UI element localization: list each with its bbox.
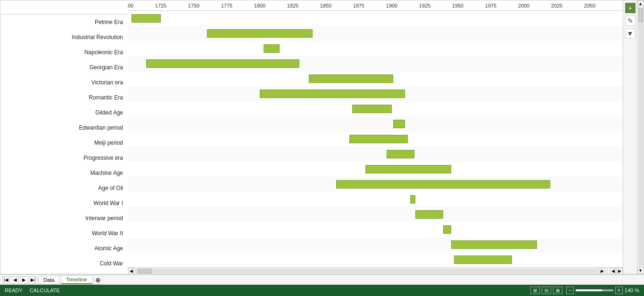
bars-rows bbox=[128, 11, 623, 267]
x-tick-label-1750: 1750 bbox=[188, 3, 199, 8]
scroll-left2-btn[interactable]: ◀ bbox=[610, 268, 616, 274]
x-tick-label-2000: 2000 bbox=[518, 3, 529, 8]
bar-16[interactable] bbox=[454, 255, 512, 264]
x-tick-label-1725: 1725 bbox=[155, 3, 166, 8]
bar-row-13 bbox=[128, 207, 623, 222]
status-calculate: CALCULATE bbox=[30, 288, 60, 293]
scroll-track[interactable] bbox=[135, 269, 598, 273]
scroll-right2-btn[interactable]: ▶ bbox=[616, 268, 623, 274]
bar-15[interactable] bbox=[451, 240, 537, 249]
x-tick-label-1825: 1825 bbox=[287, 3, 298, 8]
bars-area bbox=[128, 11, 623, 267]
x-tick-label-1875: 1875 bbox=[353, 3, 364, 8]
bar-row-7 bbox=[128, 116, 623, 132]
sheet-nav-first[interactable]: |◀ bbox=[2, 276, 10, 284]
v-scrollbar[interactable]: ▲ ▼ bbox=[637, 0, 644, 274]
y-labels: Petrine EraIndustrial RevolutionNapoleon… bbox=[0, 15, 128, 271]
normal-view-btn[interactable]: ⊞ bbox=[530, 287, 540, 294]
y-label-7: Edwardian period bbox=[0, 120, 128, 135]
x-tick-label-2025: 2025 bbox=[551, 3, 562, 8]
page-view-btn[interactable]: ⊟ bbox=[542, 287, 551, 294]
x-tick-label-1975: 1975 bbox=[485, 3, 496, 8]
bar-row-4 bbox=[128, 71, 623, 86]
v-scroll-thumb[interactable] bbox=[638, 8, 643, 22]
sheet-nav-last[interactable]: ▶| bbox=[29, 276, 37, 284]
chart-area: Petrine EraIndustrial RevolutionNapoleon… bbox=[0, 0, 644, 274]
bar-row-3 bbox=[128, 56, 623, 71]
filter-button[interactable]: ▼ bbox=[625, 28, 636, 39]
bar-row-16 bbox=[128, 252, 623, 267]
bar-3[interactable] bbox=[146, 59, 299, 68]
y-label-9: Progressive era bbox=[0, 150, 128, 165]
view-buttons: ⊞ ⊟ ⊠ bbox=[530, 287, 562, 294]
status-bar: READY CALCULATE ⊞ ⊟ ⊠ − + 140 % bbox=[0, 285, 644, 296]
bar-14[interactable] bbox=[443, 225, 451, 234]
bar-row-6 bbox=[128, 101, 623, 116]
y-label-13: Interwar period bbox=[0, 211, 128, 226]
bar-row-10 bbox=[128, 162, 623, 177]
scroll-thumb[interactable] bbox=[138, 269, 152, 273]
status-left: READY CALCULATE bbox=[5, 288, 60, 293]
bar-row-1 bbox=[128, 26, 623, 41]
sheet-nav-next[interactable]: ▶ bbox=[20, 276, 28, 284]
zoom-out-btn[interactable]: − bbox=[566, 287, 574, 294]
y-label-8: Meiji period bbox=[0, 135, 128, 150]
y-label-6: Gilded Age bbox=[0, 105, 128, 120]
bar-7[interactable] bbox=[393, 120, 405, 128]
y-label-2: Napoleonic Era bbox=[0, 45, 128, 60]
bar-13[interactable] bbox=[415, 210, 443, 219]
add-sheet-button[interactable]: ⊕ bbox=[94, 276, 102, 284]
y-label-4: Victorian era bbox=[0, 75, 128, 90]
h-scrollbar[interactable]: ◀ ▶ ◀ ▶ bbox=[128, 267, 623, 274]
zoom-controls: − + 140 % bbox=[566, 287, 639, 294]
x-axis-labels: 1700172517501775180018251850187519001925… bbox=[128, 0, 623, 11]
v-scroll-track[interactable] bbox=[638, 8, 643, 266]
sheet-tab-data[interactable]: Data bbox=[38, 276, 59, 284]
y-label-12: World War I bbox=[0, 196, 128, 211]
status-right: ⊞ ⊟ ⊠ − + 140 % bbox=[530, 287, 639, 294]
x-tick-label-1775: 1775 bbox=[221, 3, 232, 8]
v-scroll-up[interactable]: ▲ bbox=[637, 0, 644, 7]
y-label-5: Romantic Era bbox=[0, 90, 128, 105]
y-label-14: World War II bbox=[0, 226, 128, 241]
add-button[interactable]: + bbox=[625, 3, 636, 13]
chart-body-wrapper: 1700172517501775180018251850187519001925… bbox=[128, 0, 623, 274]
scroll-divider bbox=[607, 268, 608, 274]
bar-2[interactable] bbox=[264, 44, 280, 53]
zoom-in-btn[interactable]: + bbox=[615, 287, 623, 294]
bar-row-8 bbox=[128, 132, 623, 147]
x-tick-label-1700: 1700 bbox=[128, 3, 133, 8]
bar-0[interactable] bbox=[132, 14, 161, 23]
bar-12[interactable] bbox=[410, 195, 415, 204]
bar-4[interactable] bbox=[309, 74, 393, 83]
y-label-16: Cold War bbox=[0, 256, 128, 271]
zoom-slider-fill bbox=[576, 289, 602, 291]
v-scroll-down[interactable]: ▼ bbox=[637, 267, 644, 274]
zoom-slider[interactable] bbox=[576, 289, 613, 291]
y-label-3: Georgian Era bbox=[0, 60, 128, 75]
bar-row-15 bbox=[128, 237, 623, 252]
y-axis-header-spacer bbox=[0, 0, 128, 15]
bar-5[interactable] bbox=[260, 90, 405, 98]
bar-8[interactable] bbox=[349, 135, 407, 143]
bar-1[interactable] bbox=[207, 29, 313, 38]
preview-view-btn[interactable]: ⊠ bbox=[553, 287, 562, 294]
y-label-1: Industrial Revolution bbox=[0, 30, 128, 45]
x-tick-label-1900: 1900 bbox=[386, 3, 397, 8]
bar-10[interactable] bbox=[365, 165, 451, 173]
scroll-left-btn[interactable]: ◀ bbox=[128, 268, 134, 274]
bar-9[interactable] bbox=[387, 150, 414, 158]
pencil-button[interactable]: ✎ bbox=[625, 16, 636, 26]
x-tick-label-1800: 1800 bbox=[254, 3, 265, 8]
sheet-nav-prev[interactable]: ◀ bbox=[11, 276, 19, 284]
bar-11[interactable] bbox=[336, 180, 550, 189]
sheet-tab-timeline[interactable]: Timeline bbox=[61, 275, 92, 284]
bar-row-2 bbox=[128, 41, 623, 56]
y-label-0: Petrine Era bbox=[0, 15, 128, 30]
bar-row-0 bbox=[128, 11, 623, 26]
bar-row-9 bbox=[128, 147, 623, 162]
scroll-right-btn[interactable]: ▶ bbox=[599, 268, 605, 274]
bar-6[interactable] bbox=[352, 105, 392, 113]
x-tick-label-1925: 1925 bbox=[419, 3, 430, 8]
bar-row-12 bbox=[128, 192, 623, 207]
